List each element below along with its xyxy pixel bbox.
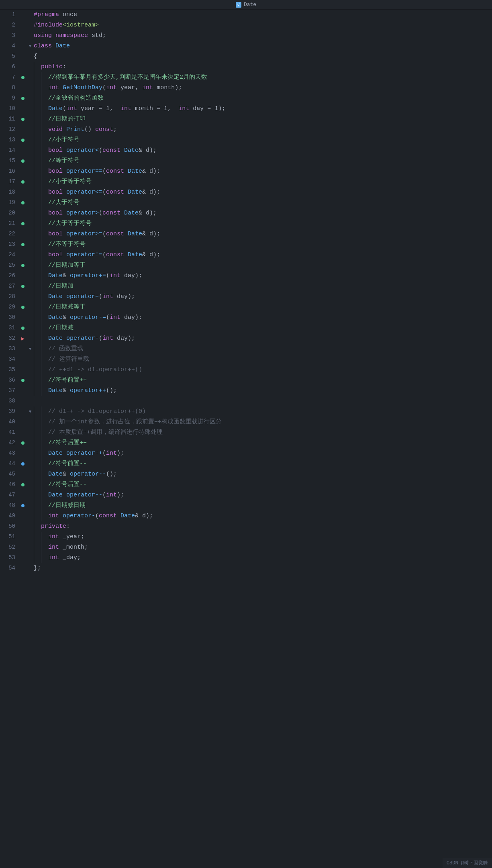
fold-indicator[interactable]	[27, 333, 34, 344]
fold-indicator[interactable]	[27, 292, 34, 302]
fold-indicator[interactable]	[27, 365, 34, 375]
table-row: 50private:	[0, 521, 492, 532]
fold-indicator[interactable]	[27, 10, 34, 20]
code-line: //不等于符号	[48, 239, 492, 250]
indent-guide	[34, 469, 41, 480]
indent-guide	[34, 459, 41, 469]
indent-guide	[34, 166, 41, 177]
fold-indicator[interactable]	[27, 125, 34, 135]
line-number: 26	[0, 271, 19, 281]
table-row: 39▼// d1++ -> d1.operator++(0)	[0, 406, 492, 417]
fold-indicator[interactable]	[27, 532, 34, 542]
fold-indicator[interactable]	[27, 260, 34, 271]
indent-guide	[41, 198, 48, 208]
fold-indicator[interactable]: ▼	[27, 41, 34, 51]
fold-indicator[interactable]	[27, 239, 34, 250]
indent-guide	[34, 386, 41, 396]
line-number: 21	[0, 219, 19, 229]
line-number: 14	[0, 145, 19, 156]
fold-indicator[interactable]	[27, 271, 34, 281]
fold-indicator[interactable]	[27, 553, 34, 563]
fold-indicator[interactable]	[27, 323, 34, 333]
table-row: 25//日期加等于	[0, 260, 492, 271]
code-line: // 运算符重载	[48, 354, 492, 365]
fold-indicator[interactable]	[27, 396, 34, 406]
fold-indicator[interactable]	[27, 563, 34, 574]
gutter-indicator	[19, 104, 27, 114]
fold-indicator[interactable]	[27, 448, 34, 459]
fold-indicator[interactable]	[27, 51, 34, 62]
fold-indicator[interactable]	[27, 500, 34, 511]
fold-indicator[interactable]	[27, 490, 34, 500]
fold-indicator[interactable]	[27, 114, 34, 125]
fold-indicator[interactable]: ▼	[27, 344, 34, 354]
fold-indicator[interactable]	[27, 72, 34, 83]
code-line: int operator-(const Date& d);	[48, 511, 492, 521]
indent-guide	[34, 125, 41, 135]
table-row: 5{	[0, 51, 492, 62]
indent-guide	[41, 156, 48, 166]
indent-guide	[41, 354, 48, 365]
fold-indicator[interactable]	[27, 156, 34, 166]
fold-indicator[interactable]	[27, 166, 34, 177]
fold-indicator[interactable]	[27, 20, 34, 31]
fold-indicator[interactable]	[27, 135, 34, 145]
indent-guide	[34, 490, 41, 500]
indent-guide	[34, 219, 41, 229]
gutter-indicator	[19, 386, 27, 396]
indent-guide	[41, 93, 48, 104]
indent-guide	[34, 553, 41, 563]
line-number: 28	[0, 292, 19, 302]
fold-indicator[interactable]	[27, 208, 34, 219]
fold-indicator[interactable]	[27, 417, 34, 427]
table-row: 11//日期的打印	[0, 114, 492, 125]
indent-guide	[41, 532, 48, 542]
fold-indicator[interactable]	[27, 302, 34, 312]
fold-indicator[interactable]	[27, 31, 34, 41]
table-row: 44//符号前置--	[0, 459, 492, 469]
fold-indicator[interactable]	[27, 459, 34, 469]
fold-indicator[interactable]	[27, 281, 34, 292]
gutter-indicator	[19, 553, 27, 563]
indent-guide	[41, 480, 48, 490]
line-number: 5	[0, 51, 19, 62]
line-number: 31	[0, 323, 19, 333]
fold-indicator[interactable]: ▼	[27, 406, 34, 417]
fold-indicator[interactable]	[27, 104, 34, 114]
table-row: 41// 本质后置++调用，编译器进行特殊处理	[0, 427, 492, 438]
fold-indicator[interactable]	[27, 145, 34, 156]
code-line: //日期加等于	[48, 260, 492, 271]
indent-guide	[41, 417, 48, 427]
table-row: 43Date operator++(int);	[0, 448, 492, 459]
fold-indicator[interactable]	[27, 438, 34, 448]
line-number: 34	[0, 354, 19, 365]
fold-indicator[interactable]	[27, 93, 34, 104]
fold-indicator[interactable]	[27, 427, 34, 438]
fold-indicator[interactable]	[27, 187, 34, 198]
indent-guide	[41, 145, 48, 156]
fold-indicator[interactable]	[27, 511, 34, 521]
line-number: 9	[0, 93, 19, 104]
indent-guide	[41, 469, 48, 480]
code-line: int _day;	[48, 553, 492, 563]
fold-indicator[interactable]	[27, 480, 34, 490]
fold-indicator[interactable]	[27, 250, 34, 260]
fold-indicator[interactable]	[27, 354, 34, 365]
fold-indicator[interactable]	[27, 312, 34, 323]
fold-indicator[interactable]	[27, 386, 34, 396]
fold-indicator[interactable]	[27, 229, 34, 239]
indent-guide	[41, 459, 48, 469]
fold-indicator[interactable]	[27, 62, 34, 72]
code-line: //大于符号	[48, 198, 492, 208]
fold-indicator[interactable]	[27, 469, 34, 480]
fold-indicator[interactable]	[27, 177, 34, 187]
fold-indicator[interactable]	[27, 198, 34, 208]
fold-indicator[interactable]	[27, 521, 34, 532]
indent-guide	[34, 333, 41, 344]
fold-indicator[interactable]	[27, 375, 34, 386]
gutter-indicator	[19, 198, 27, 208]
fold-indicator[interactable]	[27, 83, 34, 93]
fold-indicator[interactable]	[27, 542, 34, 553]
fold-indicator[interactable]	[27, 219, 34, 229]
code-line: //日期的打印	[48, 114, 492, 125]
